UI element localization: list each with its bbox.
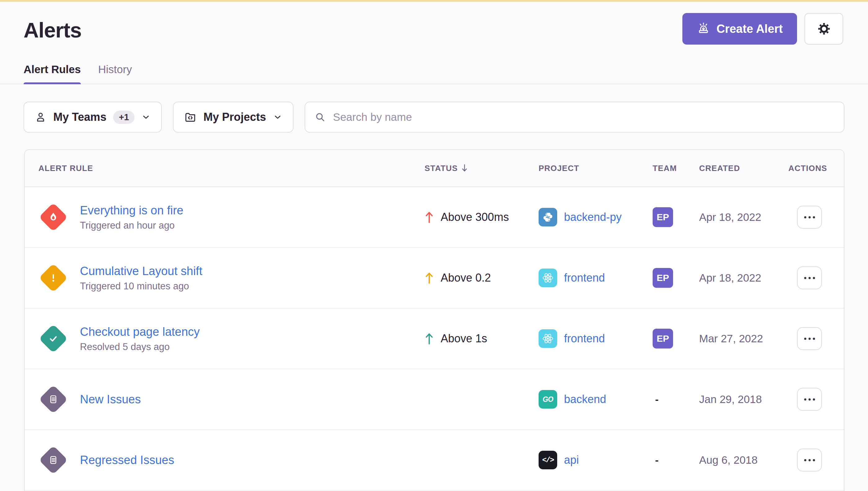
issues-icon <box>39 445 67 474</box>
projects-filter-label: My Projects <box>203 111 266 124</box>
project-link[interactable]: frontend <box>564 271 605 284</box>
column-header-alert-rule: Alert Rule <box>25 164 424 173</box>
alert-activity: Triggered an hour ago <box>80 220 184 231</box>
go-icon: GO <box>539 390 557 409</box>
column-header-status[interactable]: Status <box>424 164 539 173</box>
settings-button[interactable] <box>805 13 843 45</box>
alert-name-link[interactable]: Checkout page latency <box>80 325 200 339</box>
table-row: Checkout page latency Resolved 5 days ag… <box>25 308 844 369</box>
teams-filter-count-badge: +1 <box>113 111 135 124</box>
siren-icon <box>697 22 710 36</box>
table-row: Regressed Issues </> api - Aug 6, 2018 <box>25 429 844 490</box>
alert-activity: Triggered 10 minutes ago <box>80 281 202 292</box>
search-box <box>305 102 844 133</box>
row-actions-button[interactable] <box>797 388 822 411</box>
column-header-team: Team <box>653 164 699 173</box>
code-icon: </> <box>539 451 557 469</box>
alert-rules-table: Alert Rule Status Project Team Created A… <box>24 149 844 491</box>
search-input[interactable] <box>333 111 835 124</box>
search-icon <box>314 112 326 123</box>
created-date: Mar 27, 2022 <box>699 333 788 345</box>
alert-name-link[interactable]: Regressed Issues <box>80 453 174 467</box>
severity-icon-wrap <box>38 268 68 288</box>
react-icon <box>539 329 557 348</box>
teams-filter-label: My Teams <box>53 111 106 124</box>
page-title: Alerts <box>24 19 82 41</box>
status-value: Above 1s <box>441 332 487 345</box>
tabs-bar: Alert Rules History <box>0 63 868 84</box>
create-alert-label: Create Alert <box>717 22 783 36</box>
created-date: Aug 6, 2018 <box>699 454 788 466</box>
team-badge: EP <box>653 207 673 227</box>
issues-icon <box>39 385 67 413</box>
team-empty-dash: - <box>653 454 659 466</box>
severity-icon-wrap <box>38 328 68 349</box>
table-row: Cumulative Layout shift Triggered 10 min… <box>25 247 844 308</box>
row-actions-button[interactable] <box>797 449 822 471</box>
table-header-row: Alert Rule Status Project Team Created A… <box>25 150 844 187</box>
status-value: Above 0.2 <box>441 271 491 284</box>
projects-filter-button[interactable]: My Projects <box>173 102 293 133</box>
user-icon <box>35 111 47 123</box>
status-value: Above 300ms <box>441 211 509 224</box>
alert-name-link[interactable]: Cumulative Layout shift <box>80 264 202 278</box>
arrow-up-icon <box>424 331 434 346</box>
team-empty-dash: - <box>653 394 659 405</box>
alert-activity: Resolved 5 days ago <box>80 341 200 352</box>
severity-icon-wrap <box>38 207 68 227</box>
severity-icon-wrap <box>38 450 68 470</box>
check-icon <box>39 324 67 353</box>
alert-name-link[interactable]: New Issues <box>80 392 141 406</box>
project-link[interactable]: backend <box>564 393 606 406</box>
alert-name-link[interactable]: Everything is on fire <box>80 203 184 218</box>
column-header-project: Project <box>539 164 653 173</box>
column-header-status-label: Status <box>424 164 458 173</box>
fire-icon <box>39 203 67 231</box>
filter-bar: My Teams +1 My Projects <box>24 102 844 133</box>
python-icon <box>539 208 557 227</box>
created-date: Jan 29, 2018 <box>699 393 788 405</box>
tab-alert-rules[interactable]: Alert Rules <box>24 63 81 84</box>
chevron-down-icon <box>273 112 282 122</box>
page-header: Alerts Create Alert <box>0 2 868 45</box>
project-link[interactable]: backend-py <box>564 211 622 224</box>
table-row: Everything is on fire Triggered an hour … <box>25 187 844 247</box>
teams-filter-button[interactable]: My Teams +1 <box>24 102 162 133</box>
arrow-up-icon <box>424 271 434 285</box>
react-icon <box>539 268 557 287</box>
team-badge: EP <box>653 329 673 348</box>
table-row: New Issues GO backend - Jan 29, 2018 <box>25 369 844 429</box>
project-link[interactable]: api <box>564 454 579 466</box>
arrow-up-icon <box>424 210 434 224</box>
create-alert-button[interactable]: Create Alert <box>682 13 797 45</box>
folder-code-icon <box>184 111 196 123</box>
severity-icon-wrap <box>38 389 68 409</box>
gear-icon <box>817 22 831 36</box>
chevron-down-icon <box>141 112 150 122</box>
project-link[interactable]: frontend <box>564 332 605 345</box>
row-actions-button[interactable] <box>797 266 822 289</box>
created-date: Apr 18, 2022 <box>699 272 788 284</box>
created-date: Apr 18, 2022 <box>699 211 788 223</box>
row-actions-button[interactable] <box>797 206 822 229</box>
header-actions: Create Alert <box>682 13 843 45</box>
column-header-actions: Actions <box>788 164 844 173</box>
row-actions-button[interactable] <box>797 327 822 350</box>
sort-desc-arrow-icon <box>461 164 468 173</box>
team-badge: EP <box>653 268 673 288</box>
warning-icon <box>39 263 67 292</box>
tab-history[interactable]: History <box>98 63 132 84</box>
column-header-created: Created <box>699 164 788 173</box>
